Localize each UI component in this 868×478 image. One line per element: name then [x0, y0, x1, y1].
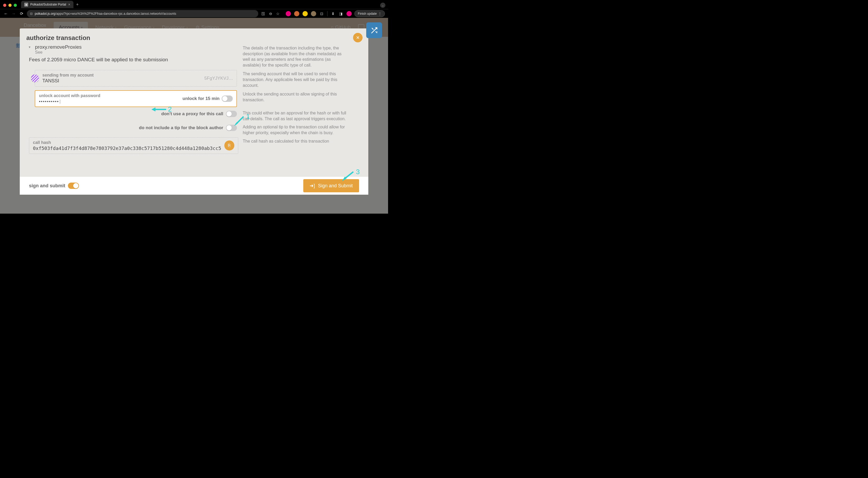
modal-footer: sign and submit ➜] Sign and Submit	[20, 177, 368, 195]
menu-dots-icon: ⋮	[378, 12, 381, 15]
password-label: unlock account with password	[39, 93, 182, 98]
modal-overlay: ✕ authorize transaction ▼ proxy.removePr…	[0, 18, 388, 214]
modal-title: authorize transaction	[20, 28, 368, 44]
extension-icons: ⊡ ⬇ ◨	[286, 11, 352, 16]
new-tab-button[interactable]: +	[76, 2, 79, 7]
extension-metamask-icon[interactable]	[294, 11, 299, 16]
downloads-icon[interactable]: ⬇	[331, 11, 335, 16]
finish-update-button[interactable]: Finish update⋮	[354, 10, 385, 17]
desc-tip: Adding an optional tip to the transactio…	[243, 123, 347, 135]
tab-title: Polkadot/Substrate Portal	[30, 3, 66, 6]
minimize-window-icon[interactable]	[8, 4, 11, 7]
divider	[327, 11, 328, 16]
call-name: proxy.removeProxies	[35, 44, 237, 50]
close-window-icon[interactable]	[3, 4, 6, 7]
desc-details: The details of the transaction including…	[243, 44, 347, 68]
profile-icon[interactable]	[346, 11, 352, 16]
window-dropdown-icon[interactable]: ⌄	[380, 3, 385, 8]
site-info-icon[interactable]: ⊟	[30, 12, 33, 15]
extension-polkadot-icon[interactable]	[286, 11, 291, 16]
browser-tab[interactable]: ◈ Polkadot/Substrate Portal ×	[21, 1, 73, 8]
call-hash-field: call hash 0xf503fda41d7f3f4d878e7803792e…	[29, 137, 238, 154]
proxy-toggle[interactable]	[226, 111, 237, 117]
unlock-15-toggle[interactable]	[222, 96, 233, 102]
modal-close-button[interactable]: ✕	[353, 33, 363, 42]
tab-favicon-icon: ◈	[24, 3, 28, 7]
panel-icon[interactable]: ◨	[339, 11, 343, 16]
copy-hash-button[interactable]: ⎘	[224, 140, 234, 150]
tip-toggle-label: do not include a tip for the block autho…	[139, 125, 223, 131]
sign-submit-toggle[interactable]	[68, 182, 79, 189]
extensions-menu-icon[interactable]: ⊡	[319, 11, 324, 16]
sign-and-submit-button[interactable]: ➜] Sign and Submit	[303, 179, 359, 192]
desc-unlock: Unlock the sending account to allow sign…	[243, 90, 347, 103]
tab-close-icon[interactable]: ×	[68, 2, 70, 7]
forward-button[interactable]: →	[11, 11, 16, 16]
call-sub-link[interactable]: See	[35, 50, 237, 55]
tip-toggle[interactable]	[226, 125, 237, 131]
reload-button[interactable]: ⟳	[19, 11, 24, 16]
proxy-toggle-label: don't use a proxy for this call	[161, 111, 223, 116]
hash-label: call hash	[33, 140, 221, 145]
sending-account-field[interactable]: sending from my account TANSSI 5FgYJYKVJ…	[35, 70, 237, 87]
account-field-label: sending from my account	[42, 73, 204, 78]
address-bar: ← → ⟳ ⊟ polkadot.js.org/apps/?rpc=wss%3A…	[0, 9, 388, 18]
account-name: TANSSI	[42, 78, 204, 84]
authorize-transaction-modal: ✕ authorize transaction ▼ proxy.removePr…	[20, 28, 368, 195]
password-value: ••••••••••	[39, 99, 182, 104]
caret-down-icon[interactable]: ▼	[28, 45, 31, 49]
desc-account: The sending account that will be used to…	[243, 70, 347, 88]
desc-hash: The call hash as calculated for this tra…	[243, 137, 347, 144]
url-input[interactable]: ⊟ polkadot.js.org/apps/?rpc=wss%3A%2F%2F…	[27, 10, 258, 18]
signin-icon: ➜]	[310, 183, 315, 189]
password-field[interactable]: unlock account with password •••••••••• …	[35, 90, 237, 107]
extension-4-icon[interactable]	[311, 11, 316, 16]
copy-icon: ⎘	[228, 143, 230, 148]
shuffle-badge[interactable]	[366, 22, 382, 38]
desc-proxy: This could either be an approval for the…	[243, 109, 347, 122]
close-icon: ✕	[356, 35, 360, 40]
back-button[interactable]: ←	[3, 11, 8, 16]
url-text: polkadot.js.org/apps/?rpc=wss%3A%2F%2Ffr…	[35, 12, 255, 15]
fees-text: Fees of 2.2059 micro DANCE will be appli…	[29, 57, 237, 63]
unlock-15-label: unlock for 15 min	[182, 96, 220, 101]
hash-value: 0xf503fda41d7f3f4d878e7803792e37a0c338c5…	[33, 145, 221, 151]
zoom-icon[interactable]: ⊖	[268, 11, 273, 16]
extension-3-icon[interactable]	[303, 11, 308, 16]
sign-submit-toggle-label: sign and submit	[29, 183, 65, 189]
password-key-icon[interactable]: ⚿	[261, 11, 266, 16]
shuffle-icon	[370, 26, 379, 35]
maximize-window-icon[interactable]	[14, 4, 17, 7]
browser-tab-bar: ◈ Polkadot/Substrate Portal × +	[0, 0, 388, 9]
identicon-icon	[31, 74, 39, 82]
traffic-lights[interactable]	[3, 4, 17, 7]
bookmark-star-icon[interactable]: ☆	[276, 11, 280, 16]
account-address-short: 5FgYJYKVJ…	[204, 76, 233, 81]
